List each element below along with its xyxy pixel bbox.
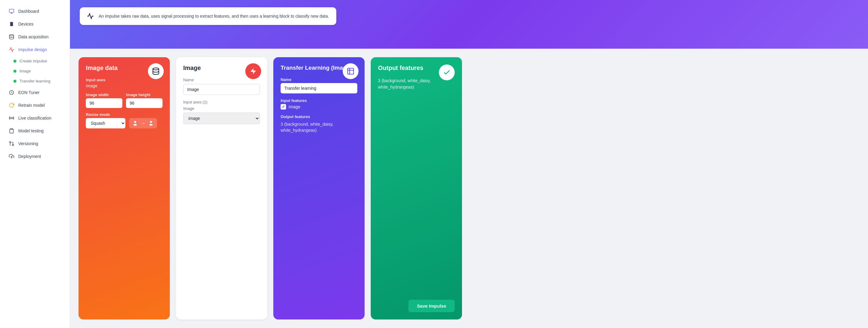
image-width-col: Image width [86, 93, 122, 108]
image-processing-card: Image Name Input axes (1) Image image [176, 57, 267, 320]
main-content: An impulse takes raw data, uses signal p… [70, 0, 868, 328]
git-icon [8, 140, 14, 146]
svg-marker-16 [250, 68, 256, 74]
proc-axes-label: Input axes (1) [183, 100, 260, 104]
image-height-input[interactable] [126, 98, 162, 108]
proc-axes-select[interactable]: image [183, 112, 260, 124]
sidebar-item-label-versioning: Versioning [18, 141, 38, 146]
sidebar-item-impulse-design[interactable]: Impulse design [2, 43, 67, 56]
person-resize-icon: → [129, 118, 157, 128]
pulse-icon [8, 46, 14, 53]
svg-point-5 [9, 35, 14, 36]
deploy-icon [8, 153, 14, 159]
dial-icon [8, 90, 14, 96]
sidebar-item-live-classification[interactable]: Live classification [2, 112, 67, 124]
sidebar-subitem-image[interactable]: Image [2, 66, 67, 76]
info-card: An impulse takes raw data, uses signal p… [80, 7, 336, 25]
sidebar-item-versioning[interactable]: Versioning [2, 137, 67, 150]
resize-mode-select[interactable]: Squash Fit short axis Fit long axis Crop [86, 118, 125, 128]
info-text: An impulse takes raw data, uses signal p… [99, 13, 329, 20]
input-axes-value: image [86, 84, 162, 88]
svg-rect-0 [9, 9, 14, 12]
input-axes-label: Input axes [86, 77, 162, 82]
image-height-label: Image height [126, 93, 162, 97]
monitor-icon [8, 8, 14, 14]
svg-rect-8 [11, 129, 12, 130]
refresh-icon [8, 102, 14, 108]
sidebar-subitem-label-create-impulse: Create impulse [20, 59, 47, 63]
sidebar-item-label-model-testing: Model testing [18, 128, 43, 133]
database-icon [8, 34, 14, 40]
dot-transfer-learning [13, 80, 17, 83]
sidebar-item-dashboard[interactable]: Dashboard [2, 5, 67, 18]
sidebar-item-label-deployment: Deployment [18, 154, 41, 159]
image-height-col: Image height [126, 93, 162, 108]
image-width-label: Image width [86, 93, 122, 97]
sidebar-subitem-label-transfer-learning: Transfer learning [20, 79, 51, 84]
sidebar-item-label-dashboard: Dashboard [18, 9, 39, 14]
image-processing-icon-circle [245, 63, 261, 79]
transfer-learning-icon-circle [343, 63, 359, 79]
sidebar-subitem-create-impulse[interactable]: Create impulse [2, 56, 67, 66]
pulse-info-icon [87, 13, 94, 20]
device-icon [8, 21, 14, 27]
sidebar-subitem-label-image: Image [20, 69, 31, 73]
sidebar-item-label-eon-tuner: EON Tuner [18, 90, 39, 95]
sidebar-item-label-data-acquisition: Data acquisition [18, 34, 49, 39]
proc-name-label: Name [183, 77, 260, 82]
sidebar-item-label-live-classification: Live classification [18, 116, 52, 121]
transfer-name-input[interactable] [281, 83, 357, 93]
sidebar: Dashboard Devices Data acquisition Impul… [0, 0, 70, 328]
sidebar-item-devices[interactable]: Devices [2, 18, 67, 30]
dot-image [13, 70, 17, 73]
dot-create-impulse [13, 60, 17, 63]
broadcast-icon [8, 115, 14, 121]
svg-point-9 [12, 144, 14, 146]
sidebar-item-label-impulse-design: Impulse design [18, 47, 47, 52]
sidebar-item-data-acquisition[interactable]: Data acquisition [2, 31, 67, 43]
sidebar-subitem-transfer-learning[interactable]: Transfer learning [2, 76, 67, 86]
transfer-output-features-value: 3 (background, white_daisy, white_hydran… [281, 122, 357, 133]
cards-area: Image data Input axes image Image width … [70, 49, 868, 328]
sidebar-item-label-retrain-model: Retrain model [18, 103, 45, 108]
transfer-input-features-row: ✓ Image [281, 104, 357, 109]
proc-name-input[interactable] [183, 84, 260, 95]
sidebar-item-retrain-model[interactable]: Retrain model [2, 99, 67, 111]
output-features-header: Output features 3 (background, white_dai… [378, 65, 455, 90]
output-features-icon-circle [439, 65, 455, 80]
transfer-name-label: Name [281, 77, 357, 82]
output-features-card: Output features 3 (background, white_dai… [371, 57, 462, 320]
transfer-image-checkbox[interactable]: ✓ [281, 104, 286, 109]
resize-mode-label: Resize mode [86, 112, 162, 117]
transfer-learning-card: Transfer Learning (Images) Name Input fe… [273, 57, 365, 320]
checkmark-icon: ✓ [282, 105, 285, 109]
clipboard-icon [8, 128, 14, 134]
image-width-input[interactable] [86, 98, 122, 108]
svg-point-7 [11, 118, 12, 119]
dimensions-row: Image width Image height [86, 93, 162, 108]
svg-point-14 [134, 121, 136, 123]
sidebar-item-label-devices: Devices [18, 22, 33, 27]
svg-rect-3 [10, 22, 13, 26]
image-data-card: Image data Input axes image Image width … [79, 57, 170, 320]
proc-axes-sublabel: Image [183, 106, 260, 111]
image-data-icon-circle [148, 63, 164, 79]
sidebar-item-model-testing[interactable]: Model testing [2, 125, 67, 137]
transfer-image-label: Image [288, 104, 300, 109]
svg-point-10 [9, 141, 11, 143]
resize-mode-row: Squash Fit short axis Fit long axis Crop… [86, 118, 162, 128]
header-banner: An impulse takes raw data, uses signal p… [70, 0, 868, 49]
svg-point-15 [150, 121, 152, 123]
save-impulse-container: Save Impulse [378, 276, 455, 312]
transfer-output-features-label: Output features [281, 114, 357, 119]
sidebar-item-deployment[interactable]: Deployment [2, 150, 67, 162]
transfer-input-features-label: Input features [281, 98, 357, 103]
save-impulse-button[interactable]: Save Impulse [408, 300, 455, 312]
svg-point-13 [153, 68, 159, 70]
sidebar-item-eon-tuner[interactable]: EON Tuner [2, 87, 67, 99]
